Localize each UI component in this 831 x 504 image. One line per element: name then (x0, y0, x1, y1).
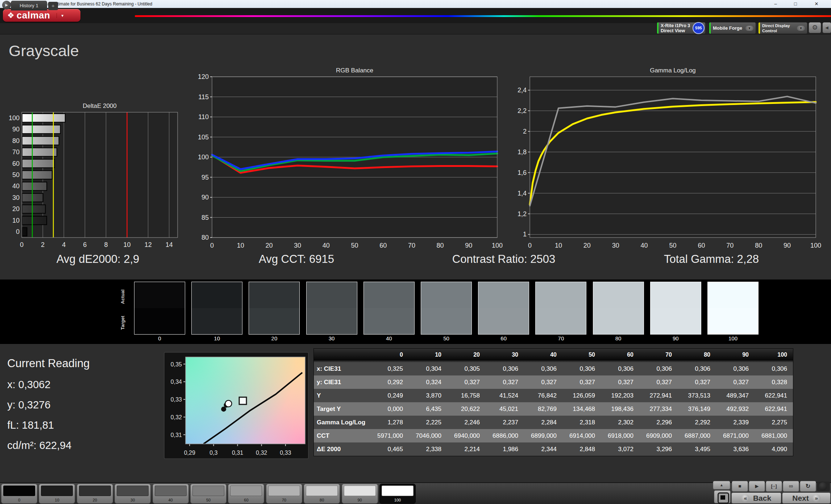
patch-swatch (192, 486, 224, 496)
single-measure-button[interactable]: ▶ (749, 481, 765, 492)
tab-history-1[interactable]: History 1 (11, 1, 47, 10)
expand-patch-tray-button[interactable]: ▲ (713, 481, 730, 490)
pattern-patch-button-70[interactable]: 70 (266, 484, 302, 504)
pattern-patch-button-80[interactable]: 80 (304, 484, 340, 504)
svg-text:100: 100 (810, 242, 821, 249)
cie-chart: 0,310,320,330,340,350,290,30,310,320,33 (164, 352, 310, 461)
collapse-panel-button[interactable]: ◀ (822, 22, 831, 33)
table-row-label: Target Y (314, 402, 370, 416)
spectrum-divider (135, 15, 831, 17)
minimize-button[interactable]: – (767, 0, 784, 8)
svg-text:6: 6 (83, 241, 87, 248)
grayscale-data-table: 0102030405060708090100x: CIE310,3250,304… (313, 348, 793, 456)
pattern-patch-button-60[interactable]: 60 (228, 484, 264, 504)
close-button[interactable]: ✕ (808, 0, 825, 8)
svg-text:30: 30 (612, 242, 619, 249)
reading-y: y: 0,3276 (7, 399, 50, 411)
next-button[interactable]: Next » (782, 492, 831, 504)
pattern-patch-button-0[interactable]: 0 (1, 484, 37, 504)
table-cell: 277,334 (639, 402, 678, 416)
svg-text:70: 70 (726, 242, 734, 249)
svg-text:4: 4 (62, 241, 66, 248)
history-play-button[interactable]: ▶ (2, 1, 11, 9)
chevron-down-icon[interactable]: ▼ (797, 26, 805, 31)
swatch-actual (307, 282, 357, 308)
table-cell: 0,306 (716, 362, 755, 375)
grayscale-swatch-strip: Actual Target 0102030405060708090100 (0, 280, 831, 344)
table-cell: 2,284 (524, 416, 562, 429)
table-cell: 7046,000 (409, 429, 447, 442)
pattern-patch-button-10[interactable]: 10 (39, 484, 75, 504)
pattern-window-button[interactable] (714, 490, 731, 503)
refresh-icon: ↻ (806, 483, 810, 489)
table-cell: 2,225 (409, 416, 447, 429)
settings-button[interactable]: ⚙ (809, 22, 821, 33)
continuous-measure-button[interactable]: ∞ (783, 481, 799, 492)
table-row-label: x: CIE31 (314, 362, 370, 375)
patch-label: 10 (39, 498, 75, 502)
table-cell: 1,278 (370, 416, 409, 429)
calman-logo-menu[interactable]: ❖ calman ▾ (3, 9, 80, 22)
svg-text:40: 40 (12, 182, 20, 190)
patch-swatch (344, 486, 376, 496)
display-control-dropdown[interactable]: Direct Display Control ▼ (758, 22, 807, 34)
swatch-actual (134, 282, 185, 308)
pattern-patch-button-20[interactable]: 20 (77, 484, 113, 504)
svg-text:60: 60 (379, 242, 387, 249)
svg-text:0,3: 0,3 (209, 450, 217, 456)
swatch-level-label: 100 (707, 335, 759, 341)
svg-text:80: 80 (201, 234, 209, 241)
patch-label: 40 (153, 498, 188, 502)
table-cell: 0,327 (524, 375, 562, 389)
meter-mode: Direct View (661, 28, 685, 33)
svg-text:60: 60 (12, 160, 20, 167)
status-led-icon (819, 482, 827, 491)
swatch-actual (364, 282, 414, 308)
patch-label: 70 (266, 498, 302, 502)
svg-text:2: 2 (523, 128, 527, 135)
rgb-balance-chart: RGB Balance80859095100105110115120010203… (188, 66, 504, 251)
table-cell: 6887,000 (678, 429, 716, 442)
table-cell: 622,941 (755, 402, 793, 416)
stop-measure-button[interactable]: ■ (732, 481, 748, 492)
pattern-patch-button-40[interactable]: 40 (153, 484, 189, 504)
pattern-patch-button-90[interactable]: 90 (342, 484, 378, 504)
table-cell: 0,306 (755, 362, 793, 375)
back-button[interactable]: « Back (731, 492, 781, 504)
pattern-patch-button-50[interactable]: 50 (190, 484, 227, 504)
swatch-level-label: 10 (191, 335, 242, 341)
actual-row-label: Actual (120, 284, 125, 310)
table-corner-cell (314, 349, 370, 361)
table-row-label: y: CIE31 (314, 375, 370, 389)
grayscale-swatch-80 (593, 282, 644, 335)
chevron-down-icon[interactable]: ▼ (745, 26, 753, 31)
table-cell: 0,306 (678, 362, 716, 375)
table-column-header: 100 (755, 349, 793, 361)
svg-text:0,31: 0,31 (232, 450, 243, 456)
deltae2000-chart: DeltaE 200010090807060504030201000246810… (3, 100, 184, 250)
interval-measure-button[interactable]: [··] (766, 481, 782, 492)
table-row-label: Gamma Log/Log (314, 416, 370, 429)
patch-swatch (155, 486, 187, 496)
svg-text:90: 90 (12, 126, 20, 133)
chevron-down-icon[interactable]: ▾ (57, 13, 63, 18)
pattern-source-dropdown[interactable]: Mobile Forge ▼ (709, 22, 756, 34)
maximize-button[interactable]: □ (787, 0, 804, 8)
refresh-button[interactable]: ↻ (800, 481, 816, 492)
table-cell: 2,848 (562, 442, 601, 456)
svg-text:1,8: 1,8 (518, 148, 527, 156)
table-cell: 0,304 (409, 362, 447, 375)
table-cell: 0,306 (562, 362, 601, 375)
pattern-patch-button-100[interactable]: 100 (379, 484, 416, 504)
add-tab-button[interactable]: + (48, 2, 58, 10)
chevron-right-icon: » (813, 494, 820, 502)
swatch-target (421, 308, 471, 334)
table-cell: 41,524 (486, 389, 524, 402)
table-cell: 16,758 (447, 389, 486, 402)
pattern-patch-button-30[interactable]: 30 (115, 484, 151, 504)
table-cell: 0,292 (370, 375, 409, 389)
reading-x: x: 0,3062 (7, 379, 50, 391)
table-cell: 3,072 (601, 442, 639, 456)
back-button-label: Back (753, 494, 771, 503)
svg-text:10: 10 (555, 242, 562, 249)
